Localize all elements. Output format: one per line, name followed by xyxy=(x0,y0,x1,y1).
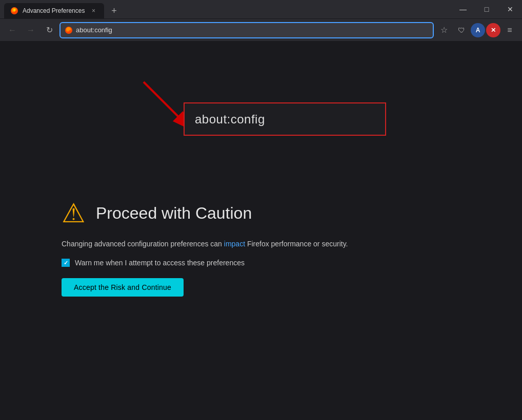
maximize-button[interactable]: □ xyxy=(475,0,498,18)
tab-area: Advanced Preferences × + xyxy=(0,0,122,18)
close-button[interactable]: ✕ xyxy=(498,0,522,18)
tab-favicon xyxy=(10,7,18,15)
warn-checkbox[interactable]: ✓ xyxy=(62,259,70,267)
page-body: ⚠ Proceed with Caution Changing advanced… xyxy=(62,200,491,297)
caution-header: ⚠ Proceed with Caution xyxy=(62,200,491,226)
navbar: ← → ↻ about:config ☆ 🛡 A ✕ ≡ xyxy=(0,18,522,41)
address-text: about:config xyxy=(76,26,429,34)
menu-button[interactable]: ≡ xyxy=(501,22,518,38)
nav-right-buttons: ☆ 🛡 A ✕ ≡ xyxy=(436,22,518,38)
address-bar[interactable]: about:config xyxy=(59,22,434,38)
main-content: about:config ⚠ Proceed with Caution Chan… xyxy=(0,41,522,420)
new-tab-button[interactable]: + xyxy=(106,3,122,18)
about-config-annotation-text: about:config xyxy=(195,112,265,127)
account-button[interactable]: A xyxy=(471,23,485,37)
accept-risk-button[interactable]: Accept the Risk and Continue xyxy=(62,278,184,297)
about-config-annotation-box: about:config xyxy=(184,102,386,136)
window-controls: — □ ✕ xyxy=(451,0,522,18)
warn-checkbox-row: ✓ Warn me when I attempt to access these… xyxy=(62,259,491,267)
warn-checkbox-label: Warn me when I attempt to access these p… xyxy=(75,259,245,267)
titlebar: Advanced Preferences × + — □ ✕ xyxy=(0,0,522,18)
pocket-button[interactable]: 🛡 xyxy=(453,22,470,38)
reload-button[interactable]: ↻ xyxy=(41,22,57,38)
extension-button[interactable]: ✕ xyxy=(486,23,500,37)
tab-title: Advanced Preferences xyxy=(23,7,85,14)
address-bar-icon xyxy=(65,26,73,34)
back-button[interactable]: ← xyxy=(4,22,21,38)
caution-description: Changing advanced configuration preferen… xyxy=(62,239,491,249)
warning-icon: ⚠ xyxy=(62,200,86,226)
tab-close-button[interactable]: × xyxy=(89,6,98,15)
caution-title: Proceed with Caution xyxy=(96,204,252,223)
bookmark-button[interactable]: ☆ xyxy=(436,22,452,38)
active-tab[interactable]: Advanced Preferences × xyxy=(4,3,104,18)
minimize-button[interactable]: — xyxy=(451,0,475,18)
forward-button[interactable]: → xyxy=(23,22,39,38)
